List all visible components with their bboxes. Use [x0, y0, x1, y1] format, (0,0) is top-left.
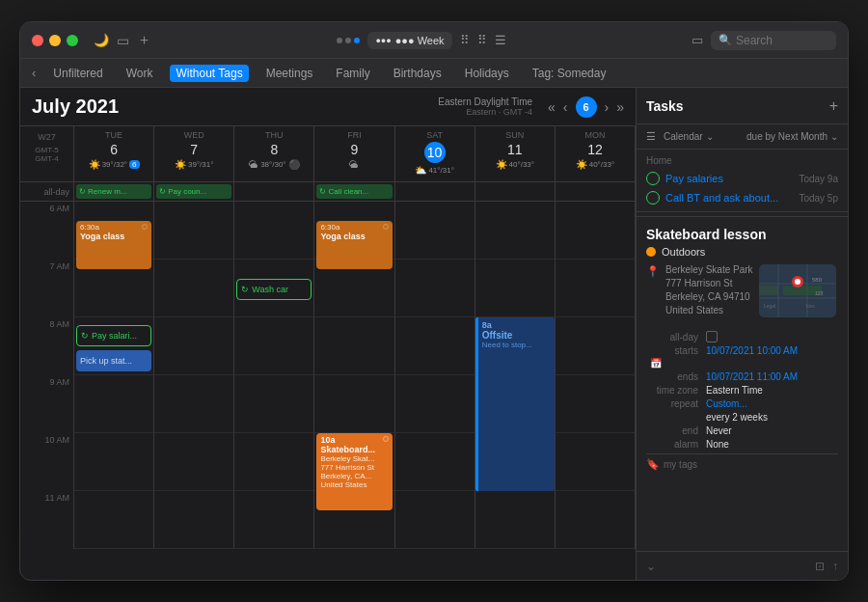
- time-cell-fri-9am[interactable]: [314, 375, 394, 433]
- filter-meetings[interactable]: Meetings: [260, 65, 319, 82]
- nav-next[interactable]: ›: [605, 99, 610, 115]
- starts-value[interactable]: 10/07/2021 10:00 AM: [706, 345, 838, 356]
- task-item-2[interactable]: Call BT and ask about... Today 5p: [637, 188, 848, 207]
- filter-family[interactable]: Family: [330, 65, 375, 82]
- allday-thu[interactable]: [234, 182, 314, 201]
- time-cell-thu-11am[interactable]: [234, 491, 314, 549]
- search-input[interactable]: [736, 34, 828, 47]
- list-icon[interactable]: ☰: [495, 33, 506, 47]
- allday-sun[interactable]: [475, 182, 556, 201]
- calendar-icon[interactable]: 📅: [650, 358, 704, 369]
- allday-checkbox[interactable]: [706, 331, 718, 342]
- time-cell-mon-9am[interactable]: [556, 375, 636, 433]
- time-cell-thu-6am[interactable]: [234, 202, 314, 260]
- time-cell-mon-10am[interactable]: [556, 433, 636, 491]
- event-paycoun[interactable]: ↻Pay coun...: [156, 184, 231, 199]
- day-header-thu[interactable]: THU 8 🌥 38°/30° ⚫: [234, 126, 314, 181]
- time-cell-tue-9am[interactable]: [74, 375, 154, 433]
- time-cell-thu-10am[interactable]: [234, 433, 314, 491]
- time-cell-wed-9am[interactable]: [154, 375, 234, 433]
- day-header-sun[interactable]: SUN 11 ☀️ 40°/33°: [475, 126, 556, 181]
- event-yoga2[interactable]: 6:30a Yoga class: [316, 221, 392, 269]
- repeat-value[interactable]: Custom...: [706, 398, 838, 409]
- time-cell-wed-8am[interactable]: [154, 317, 234, 375]
- tasks-calendar-filter[interactable]: Calendar ⌄: [664, 131, 714, 142]
- time-cell-wed-10am[interactable]: [154, 433, 234, 491]
- nav-next-next[interactable]: »: [616, 99, 624, 115]
- time-cell-sat-7am[interactable]: [395, 260, 475, 317]
- tasks-due-filter[interactable]: due by Next Month ⌄: [746, 131, 838, 142]
- maximize-button[interactable]: [67, 35, 78, 46]
- time-cell-tue-11am[interactable]: [74, 491, 154, 549]
- allday-mon[interactable]: [556, 182, 636, 201]
- time-cell-wed-6am[interactable]: [154, 202, 234, 260]
- time-grid-container[interactable]: 6 AM 6:30a Yoga class 6:30a: [20, 202, 636, 580]
- event-offsite[interactable]: 8a Offsite Need to stop...: [475, 317, 555, 491]
- time-cell-mon-11am[interactable]: [556, 491, 636, 549]
- share-icon[interactable]: ↑: [832, 560, 838, 573]
- grid9-icon[interactable]: ⠿: [477, 33, 487, 47]
- time-cell-wed-7am[interactable]: [154, 260, 234, 317]
- nav-prev-prev[interactable]: «: [548, 99, 556, 115]
- time-cell-sat-9am[interactable]: [395, 375, 475, 433]
- time-cell-sat-8am[interactable]: [395, 317, 475, 375]
- time-cell-wed-11am[interactable]: [154, 491, 234, 549]
- minimize-button[interactable]: [49, 35, 61, 46]
- filter-work[interactable]: Work: [121, 65, 159, 82]
- time-cell-sat-6am[interactable]: [395, 202, 475, 260]
- nav-prev[interactable]: ‹: [563, 99, 568, 115]
- filter-holidays[interactable]: Holidays: [459, 65, 515, 82]
- filter-without-tags[interactable]: Without Tags: [170, 65, 248, 82]
- time-cell-tue-10am[interactable]: [74, 433, 154, 491]
- close-button[interactable]: [32, 35, 43, 46]
- map-thumbnail[interactable]: 580 123 Legal 'kins: [759, 264, 836, 317]
- time-cell-sun-6am[interactable]: [475, 202, 556, 260]
- time-cell-fri-8am[interactable]: [314, 317, 394, 375]
- allday-sat[interactable]: [395, 182, 475, 201]
- time-cell-fri-6am[interactable]: 6:30a Yoga class: [314, 202, 394, 260]
- tasks-add-button[interactable]: +: [829, 97, 838, 115]
- event-callclean[interactable]: ↻Call clean...: [316, 184, 392, 199]
- filter-someday[interactable]: Tag: Someday: [527, 65, 612, 82]
- day-header-fri[interactable]: FRI 9 🌥: [314, 126, 394, 181]
- share-to-window-icon[interactable]: ⊡: [815, 560, 825, 573]
- event-skateboard[interactable]: 10a Skateboard... Berkeley Skat... 777 H…: [316, 433, 392, 510]
- sidebar-toggle-icon[interactable]: ▭: [692, 33, 703, 47]
- grid4-icon[interactable]: ⠿: [460, 33, 470, 47]
- plus-icon[interactable]: ＋: [137, 31, 151, 49]
- event-pickup[interactable]: Pick up stat...: [76, 350, 151, 371]
- filter-unfiltered[interactable]: Unfiltered: [47, 65, 108, 82]
- search-bar[interactable]: 🔍: [711, 31, 836, 50]
- time-cell-thu-9am[interactable]: [234, 375, 314, 433]
- allday-tue[interactable]: ↻Renew m...: [74, 182, 154, 201]
- time-cell-mon-8am[interactable]: [556, 317, 636, 375]
- time-cell-thu-7am[interactable]: ↻ Wash car: [234, 260, 314, 317]
- event-washcar[interactable]: ↻ Wash car: [236, 279, 312, 300]
- allday-wed[interactable]: ↻Pay coun...: [154, 182, 234, 201]
- event-renew[interactable]: ↻Renew m...: [76, 184, 151, 199]
- filter-nav-icon[interactable]: ‹: [32, 66, 36, 80]
- time-cell-sun-11am[interactable]: [475, 491, 556, 549]
- window-icon[interactable]: ▭: [117, 33, 129, 48]
- time-cell-tue-8am[interactable]: ↻ Pay salari... Pick up stat...: [74, 317, 154, 375]
- time-cell-tue-6am[interactable]: 6:30a Yoga class: [74, 202, 154, 260]
- time-cell-thu-8am[interactable]: [234, 317, 314, 375]
- time-cell-sat-10am[interactable]: [395, 433, 475, 491]
- ends-value[interactable]: 10/07/2021 11:00 AM: [706, 371, 838, 382]
- time-cell-mon-7am[interactable]: [556, 260, 636, 317]
- week-view-button[interactable]: ●●● ●●● Week: [367, 32, 451, 49]
- time-cell-sat-11am[interactable]: [395, 491, 475, 549]
- moon-icon[interactable]: 🌙: [94, 33, 109, 47]
- time-cell-fri-10am[interactable]: 10a Skateboard... Berkeley Skat... 777 H…: [314, 433, 394, 491]
- task-item-1[interactable]: Pay salaries Today 9a: [637, 169, 848, 188]
- day-header-wed[interactable]: WED 7 ☀️ 39°/31°: [154, 126, 234, 181]
- day-header-sat[interactable]: SAT 10 ⛅ 41°/31°: [395, 126, 475, 181]
- day-header-mon[interactable]: MON 12 ☀️ 40°/33°: [556, 126, 636, 181]
- filter-birthdays[interactable]: Birthdays: [388, 65, 448, 82]
- time-cell-mon-6am[interactable]: [556, 202, 636, 260]
- event-paysal[interactable]: ↻ Pay salari...: [76, 325, 151, 346]
- time-cell-sun-8am[interactable]: 8a Offsite Need to stop...: [475, 317, 556, 375]
- chevron-down-icon[interactable]: ⌄: [646, 560, 656, 573]
- today-button[interactable]: 6: [576, 96, 597, 118]
- allday-fri[interactable]: ↻Call clean...: [314, 182, 394, 201]
